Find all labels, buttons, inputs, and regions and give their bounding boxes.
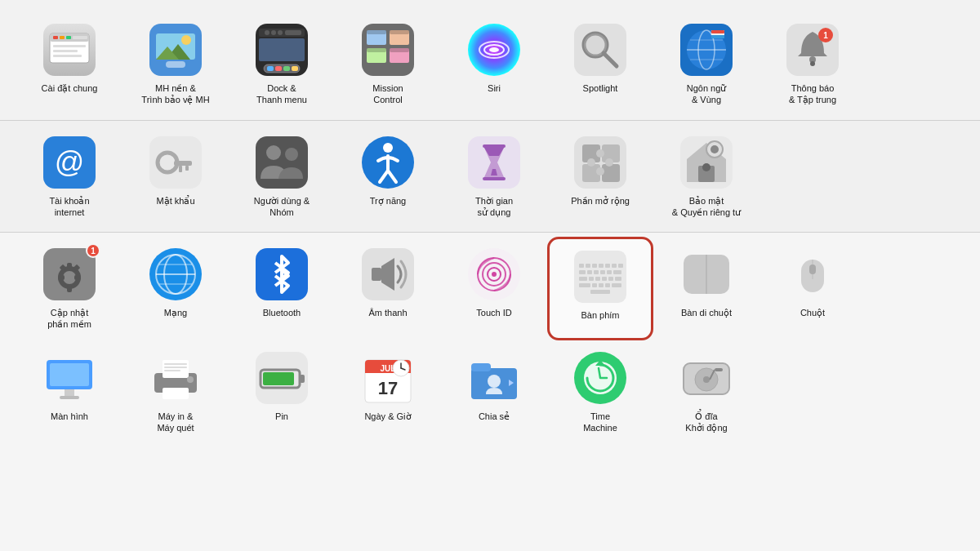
top-grid: Cài đặt chung	[16, 12, 964, 116]
svg-rect-15	[166, 61, 185, 68]
icon-wrap-touchid	[466, 247, 522, 302]
svg-text:@: @	[55, 145, 85, 179]
label-time-machine: Time Machine	[583, 411, 617, 434]
label-tro-nang: Trợ năng	[370, 195, 407, 207]
item-thoi-gian[interactable]: Thời gian sử dụng	[441, 125, 547, 229]
svg-point-57	[810, 61, 815, 66]
svg-rect-82	[602, 164, 620, 182]
svg-point-85	[605, 158, 613, 167]
item-cai-dat-chung[interactable]: Cài đặt chung	[16, 12, 122, 116]
item-touch-id[interactable]: Touch ID	[441, 237, 547, 340]
trackpad-icon	[680, 248, 733, 300]
item-chia-se[interactable]: Chia sẻ	[441, 340, 547, 444]
icon-wrap-battery	[254, 350, 310, 406]
svg-rect-52	[711, 30, 724, 33]
icon-wrap-trackpad	[679, 247, 734, 302]
label-cai-dat-chung: Cài đặt chung	[42, 82, 98, 94]
password-icon	[149, 136, 202, 189]
svg-rect-123	[612, 264, 617, 268]
label-mat-khau: Mật khẩu	[156, 195, 194, 207]
sound-icon	[362, 248, 414, 300]
svg-rect-27	[292, 66, 298, 71]
item-mat-khau[interactable]: Mật khẩu	[122, 125, 229, 229]
datetime-icon: 17 JUL	[362, 352, 414, 404]
svg-point-173	[488, 375, 501, 388]
svg-rect-135	[608, 277, 613, 281]
icon-wrap-security	[679, 135, 734, 190]
svg-rect-134	[602, 277, 607, 281]
item-bao-mat[interactable]: Bảo mật & Quyền riêng tư	[653, 125, 760, 229]
label-ban-phim: Bàn phím	[581, 309, 619, 321]
item-am-thanh[interactable]: Âm thanh	[335, 237, 441, 340]
accessibility-icon	[362, 136, 414, 189]
item-thong-bao[interactable]: 1 Thông báo & Tập trung	[760, 12, 866, 116]
svg-rect-4	[60, 36, 65, 39]
svg-rect-136	[615, 277, 621, 281]
item-spotlight[interactable]: Spotlight	[547, 12, 653, 116]
sharing-icon	[468, 352, 520, 404]
item-dock[interactable]: Dock & Thanh menu	[229, 12, 335, 116]
icon-wrap-general	[42, 22, 97, 78]
svg-rect-172	[471, 363, 491, 371]
icon-wrap-accessibility	[360, 135, 416, 190]
hardware-grid-1: 1 Cập nhật phần mềm Mạng	[16, 237, 964, 340]
svg-point-181	[703, 376, 710, 383]
item-o-dia[interactable]: Ổ đĩa Khởi động	[653, 340, 760, 444]
icon-wrap-internet: @	[42, 135, 97, 190]
item-cap-nhat[interactable]: 1 Cập nhật phần mềm	[16, 237, 122, 340]
item-tai-khoan[interactable]: @ Tài khoản internet	[16, 125, 122, 229]
svg-point-158	[187, 376, 194, 383]
item-may-in[interactable]: Máy in & Máy quét	[122, 340, 229, 444]
svg-rect-131	[579, 277, 587, 281]
bluetooth-icon	[256, 248, 308, 300]
item-siri[interactable]: Siri	[441, 12, 547, 116]
item-pin[interactable]: Pin	[229, 340, 335, 444]
label-thong-bao: Thông báo & Tập trung	[789, 82, 836, 106]
label-spotlight: Spotlight	[583, 82, 618, 94]
icon-wrap-language	[679, 22, 734, 78]
item-mh-nen[interactable]: MH nền & Trình bảo vệ MH	[122, 12, 229, 116]
mission-icon	[362, 24, 414, 76]
item-chuot[interactable]: Chuột	[760, 237, 866, 340]
screentime-icon	[468, 136, 520, 189]
mouse-icon	[786, 248, 839, 300]
icon-wrap-users	[254, 135, 310, 190]
item-nguoi-dung[interactable]: Người dùng & Nhóm	[229, 125, 335, 229]
svg-rect-149	[50, 363, 89, 386]
svg-rect-96	[67, 263, 72, 269]
svg-rect-139	[599, 283, 604, 287]
item-time-machine[interactable]: Time Machine	[547, 340, 653, 444]
section-middle: @ Tài khoản internet Mật	[0, 121, 980, 233]
svg-rect-162	[263, 372, 294, 385]
svg-rect-54	[711, 35, 724, 38]
item-man-hinh[interactable]: Màn hình	[16, 340, 122, 444]
item-ban-phim[interactable]: Bàn phím	[547, 237, 653, 340]
svg-rect-150	[65, 389, 74, 396]
svg-rect-21	[285, 30, 301, 35]
icon-wrap-extensions	[572, 135, 628, 190]
svg-rect-98	[58, 275, 65, 280]
item-ngay-gio[interactable]: 17 JUL Ngày & Giờ	[335, 340, 441, 444]
label-may-in: Máy in & Máy quét	[157, 411, 194, 434]
svg-point-90	[702, 163, 710, 171]
svg-rect-53	[711, 33, 724, 35]
item-ngon-ngu[interactable]: Ngôn ngữ & Vùng	[653, 12, 760, 116]
label-dock: Dock & Thanh menu	[256, 82, 307, 106]
item-mission-control[interactable]: Mission Control	[335, 12, 441, 116]
update-badge: 1	[86, 243, 100, 258]
item-ban-di-chuot[interactable]: Bàn di chuột	[653, 237, 760, 340]
svg-rect-3	[53, 36, 58, 39]
item-phan-mo-rong[interactable]: Phần mở rộng	[547, 125, 653, 229]
label-chia-se: Chia sẻ	[479, 411, 510, 422]
item-bluetooth[interactable]: Bluetooth	[229, 237, 335, 340]
svg-rect-137	[579, 283, 590, 287]
icon-wrap-mouse	[785, 247, 840, 302]
icon-wrap-sound	[360, 247, 416, 302]
item-tro-nang[interactable]: Trợ năng	[335, 125, 441, 229]
item-mang[interactable]: Mạng	[122, 237, 229, 340]
svg-rect-154	[164, 363, 187, 365]
icon-wrap-startdisk	[679, 350, 734, 406]
svg-rect-66	[179, 166, 182, 172]
svg-rect-34	[390, 30, 409, 34]
svg-rect-22	[259, 38, 305, 61]
